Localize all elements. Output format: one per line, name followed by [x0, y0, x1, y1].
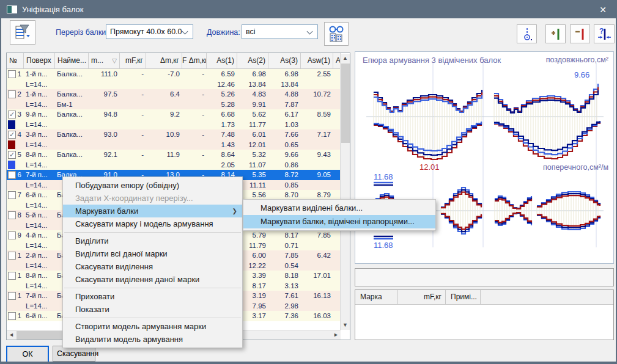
table-cell: 0.86: [268, 160, 301, 170]
marks-column-header-2[interactable]: Примі...: [446, 290, 481, 304]
context-menu-item-13[interactable]: Створити модель армування марки: [63, 320, 242, 333]
window-title: Уніфікація балок: [22, 5, 84, 14]
scroll-down-icon[interactable]: ▼: [341, 321, 350, 330]
table-cell: 7.85: [301, 230, 333, 241]
filter-beams-button[interactable]: [10, 20, 35, 45]
table-cell: Балка...: [55, 89, 89, 100]
context-menu-item-10[interactable]: Приховати: [63, 290, 242, 303]
submenu-item-1[interactable]: Маркувати балки, відмічені прапорцями...: [243, 215, 435, 228]
chevron-down-icon: [307, 29, 313, 35]
info-field[interactable]: [355, 268, 614, 286]
context-menu-item-0[interactable]: Побудувати епюру (обвідну): [63, 179, 242, 192]
probe-section-button[interactable]: [517, 24, 537, 43]
table-cell: [55, 160, 89, 170]
remove-section-button[interactable]: [570, 24, 590, 43]
column-header-9[interactable]: As(3): [268, 53, 301, 68]
table-cell: 6.4: [146, 89, 182, 100]
context-menu-item-14[interactable]: Видалити модель армування: [63, 333, 242, 346]
table-cell: 9.91: [237, 100, 268, 109]
table-cell: L=14...: [24, 79, 55, 89]
table-cell: 5.62: [237, 109, 268, 120]
table-cell: 6-й п...: [24, 311, 55, 321]
table-cell: L=14...: [24, 281, 55, 291]
table-subrow[interactable]: L=14...Бм-15.289.917.87: [7, 100, 341, 109]
column-header-3[interactable]: m...▽: [89, 53, 120, 68]
column-header-8[interactable]: As(2): [237, 53, 268, 68]
column-header-1[interactable]: Поверх: [24, 53, 55, 68]
beam-color-swatch: [8, 161, 15, 169]
plus-bar-icon: [549, 27, 563, 42]
table-cell: 13.84: [237, 79, 268, 89]
add-section-button[interactable]: [545, 24, 566, 43]
table-cell: 1: [7, 271, 24, 281]
column-header-0[interactable]: №: [7, 53, 24, 68]
context-menu-item-2[interactable]: Маркувати балки❯: [63, 205, 242, 217]
table-cell: L=14...: [24, 120, 55, 129]
table-subrow[interactable]: L=14...2.0511.070.86: [7, 160, 341, 170]
table-row[interactable]: ✓39-й п...Балка...94.8-9.2-6.685.626.178…: [7, 109, 341, 120]
close-icon[interactable]: ✕: [596, 4, 610, 16]
app-icon: [7, 5, 17, 13]
table-row[interactable]: 11-й п...Балка...111.0--7.0-6.596.986.98…: [7, 69, 341, 79]
table-cell: 4: [7, 129, 24, 140]
context-menu-item-1: Задати X-координату перерізу...: [63, 192, 242, 205]
table-cell: L=14...: [24, 261, 55, 271]
table-row[interactable]: ✓58-й п...Балка...92.1-11.9-8.645.329.66…: [7, 150, 341, 160]
table-cell: 7.48: [207, 129, 237, 140]
table-cell: 97.5: [89, 89, 120, 100]
table-subrow[interactable]: L=14...1.7311.771.03: [7, 120, 341, 129]
submenu-item-0[interactable]: Маркувати виділені балки...: [243, 202, 435, 215]
column-header-5[interactable]: Δm,кг: [146, 53, 182, 68]
table-cell: 111.0: [89, 69, 120, 79]
table-cell: 7.87: [268, 100, 301, 109]
beam-color-swatch: [8, 140, 15, 149]
context-menu-item-6[interactable]: Виділити всі даної марки: [63, 247, 242, 260]
section-combo-value: Прямокут 40.0x 60.0: [110, 27, 182, 36]
column-header-4[interactable]: mF,кг: [120, 53, 146, 68]
length-combo[interactable]: всі: [242, 24, 318, 39]
table-cell: 8.64: [207, 150, 237, 160]
table-cell: 9.05: [301, 170, 333, 180]
query-section-button[interactable]: ?: [594, 24, 615, 43]
table-cell: 2.98: [268, 301, 301, 311]
column-header-2[interactable]: Найме...: [55, 53, 89, 68]
table-cell: 8.18: [268, 271, 301, 281]
marks-column-header-0[interactable]: Марка: [355, 290, 398, 304]
scroll-up-icon[interactable]: ▲: [341, 54, 350, 63]
context-menu-item-5[interactable]: Виділити: [63, 235, 242, 247]
scroll-left-icon[interactable]: ◄: [7, 330, 16, 340]
marks-table-header: МаркаmF,кгПримі...: [355, 290, 613, 305]
table-subrow[interactable]: L=14...1.4312.010.65: [7, 140, 341, 150]
column-header-10[interactable]: Asw(1): [301, 53, 333, 68]
context-menu-item-8[interactable]: Скасувати виділення даної марки: [63, 273, 242, 286]
filter-funnel-icon[interactable]: ▽: [112, 53, 117, 68]
table-cell: 8.17: [268, 230, 301, 241]
table-cell: L=14...: [24, 301, 55, 311]
ok-button[interactable]: ОК: [6, 346, 49, 363]
table-cell: 5.26: [207, 89, 237, 100]
section-combo[interactable]: Прямокут 40.0x 60.0: [106, 24, 193, 39]
table-cell: -: [182, 109, 207, 120]
marks-column-header-1[interactable]: mF,кг: [398, 290, 446, 304]
menu-separator: [64, 288, 241, 288]
table-row[interactable]: 21-й п...Балка...97.5-6.4-5.264.834.8810…: [7, 89, 341, 100]
title-bar[interactable]: Уніфікація балок ✕: [1, 1, 616, 18]
vertical-scroll-thumb[interactable]: [341, 64, 350, 143]
column-header-7[interactable]: As(1): [207, 53, 237, 68]
context-menu-item-3[interactable]: Скасувати марку і модель армування: [63, 217, 242, 230]
context-menu-item-7[interactable]: Скасувати виділення: [63, 260, 242, 273]
vertical-scrollbar[interactable]: ▲ ▼: [340, 54, 350, 330]
table-cell: 7-й п...: [24, 170, 55, 180]
chart-title: Епюра армування 3 відмічених балок: [363, 56, 501, 65]
table-subrow[interactable]: L=14...12.4613.8413.84: [7, 79, 341, 89]
scroll-right-icon[interactable]: ►: [331, 330, 341, 340]
view-marked-beams-button[interactable]: [324, 22, 349, 46]
table-cell: 0.85: [268, 180, 301, 190]
column-header-6[interactable]: F Δm,кг: [182, 53, 207, 68]
table-cell: 16.03: [301, 311, 333, 321]
table-row[interactable]: ✓43-й п...Балка...93.0-10.9-7.486.017.66…: [7, 129, 341, 140]
table-cell: 1: [7, 250, 24, 261]
table-cell: 4.88: [268, 89, 301, 100]
context-menu-item-11[interactable]: Показати: [63, 303, 242, 316]
diagram-panel: Епюра армування 3 відмічених балок поздо…: [355, 51, 614, 264]
